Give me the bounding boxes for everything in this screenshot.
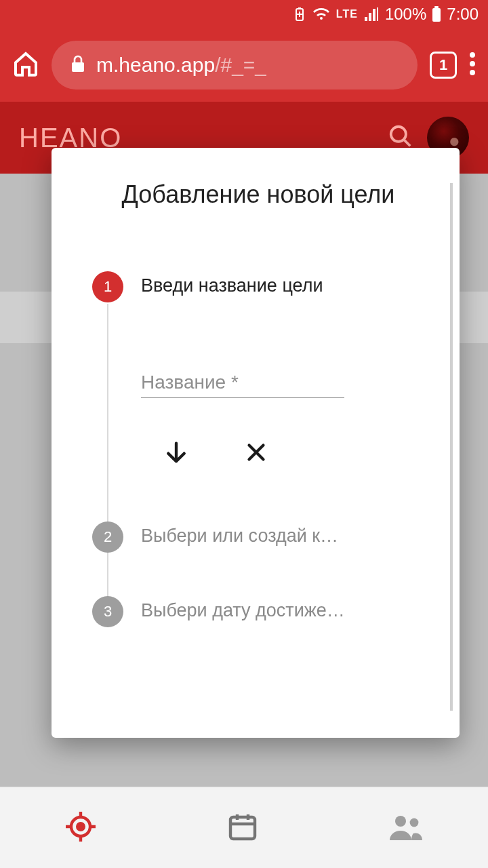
svg-rect-3: [434, 6, 439, 8]
signal-icon: [363, 7, 380, 21]
step-1-actions: [160, 436, 432, 469]
nav-goals[interactable]: [64, 810, 97, 846]
browser-toolbar: m.heano.app/#_=_ 1: [0, 28, 488, 102]
step-3[interactable]: 3 Выбери дату достиже…: [92, 596, 432, 627]
svg-rect-1: [298, 7, 301, 9]
modal-title: Добавление новой цели: [84, 180, 432, 209]
svg-point-13: [409, 818, 418, 827]
next-step-button[interactable]: [160, 436, 192, 469]
step-2[interactable]: 2 Выбери или создай к…: [92, 521, 432, 553]
svg-point-12: [395, 816, 406, 827]
cancel-step-button[interactable]: [240, 436, 272, 469]
modal-scrollbar[interactable]: [450, 183, 453, 711]
svg-point-7: [470, 70, 475, 75]
lock-icon: [70, 55, 85, 75]
calendar-icon: [226, 833, 259, 845]
home-icon[interactable]: [12, 50, 39, 80]
nav-people[interactable]: [388, 810, 424, 846]
wifi-icon: [312, 7, 331, 22]
step-1: 1 Введи название цели: [92, 271, 432, 302]
step-2-number: 2: [92, 521, 123, 553]
step-3-label: Выбери дату достиже…: [141, 596, 345, 621]
svg-point-5: [470, 52, 475, 58]
battery-pct-label: 100%: [385, 5, 426, 24]
svg-point-6: [470, 61, 475, 66]
clock-label: 7:00: [447, 5, 479, 24]
android-status-bar: LTE 100% 7:00: [0, 0, 488, 28]
tab-count-label: 1: [439, 56, 447, 74]
add-goal-modal: Добавление новой цели 1 Введи название ц…: [52, 148, 460, 738]
svg-point-8: [391, 127, 406, 142]
battery-icon: [432, 6, 441, 22]
url-text: m.heano.app/#_=_: [96, 54, 266, 77]
people-icon: [388, 833, 424, 845]
step-1-number: 1: [92, 271, 123, 302]
tab-switcher[interactable]: 1: [430, 52, 457, 79]
nav-calendar[interactable]: [226, 810, 259, 846]
url-host: m.heano.app: [96, 54, 215, 76]
target-icon: [64, 833, 97, 845]
url-path: /#_=_: [215, 54, 266, 76]
svg-rect-2: [432, 8, 441, 22]
step-2-label: Выбери или создай к…: [141, 521, 338, 547]
stepper-rail: [107, 304, 108, 611]
goal-name-input[interactable]: [141, 368, 344, 398]
step-3-number: 3: [92, 596, 123, 627]
battery-saver-icon: [293, 7, 306, 22]
step-1-body: [141, 368, 432, 398]
stepper: 1 Введи название цели 2 Выбери или созда…: [84, 271, 432, 627]
kebab-menu-icon[interactable]: [469, 52, 476, 79]
svg-rect-11: [230, 817, 255, 839]
svg-rect-4: [72, 62, 84, 72]
network-type-label: LTE: [336, 8, 358, 20]
bottom-nav: [0, 787, 488, 868]
svg-point-10: [78, 823, 85, 830]
step-1-label: Введи название цели: [141, 271, 323, 296]
url-bar[interactable]: m.heano.app/#_=_: [52, 41, 418, 90]
